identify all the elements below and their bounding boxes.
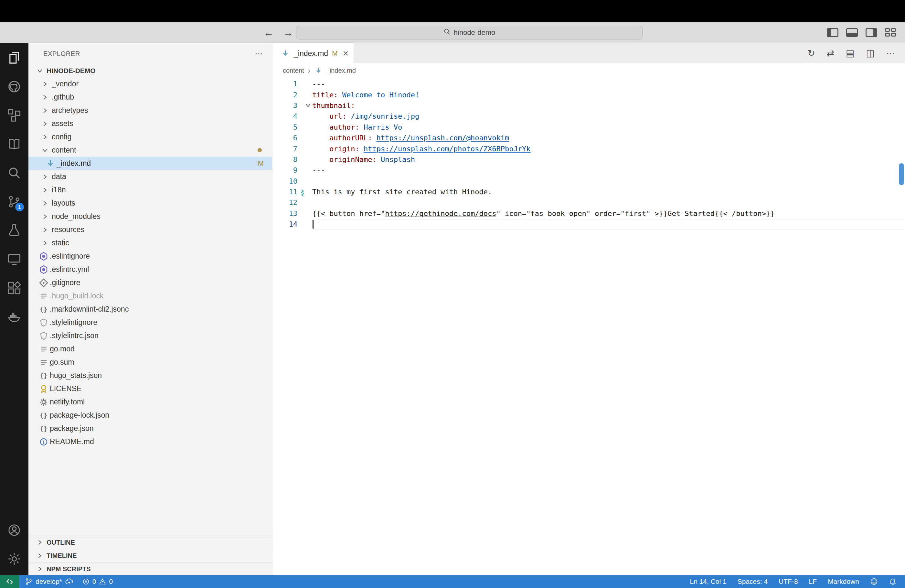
braces-icon: {} [38, 371, 49, 380]
tree-folder-content[interactable]: content [29, 143, 272, 157]
breadcrumb-folder[interactable]: content [283, 67, 304, 74]
status-item-markdown[interactable]: Markdown [828, 578, 859, 585]
tree-file-netlify.toml[interactable]: netlify.toml [29, 395, 272, 408]
github-icon[interactable] [0, 72, 29, 101]
tree-folder-.github[interactable]: .github [29, 91, 272, 104]
tree-item-label: static [52, 238, 69, 247]
tree-folder-i18n[interactable]: i18n [29, 183, 272, 197]
code-line-10[interactable]: 10 [273, 176, 905, 186]
toggle-sidebar-icon[interactable] [827, 28, 838, 37]
tree-folder-_vendor[interactable]: _vendor [29, 77, 272, 91]
line-number: 13 [273, 210, 312, 218]
breadcrumb-file[interactable]: _index.md [326, 67, 356, 74]
tree-folder-resources[interactable]: resources [29, 223, 272, 236]
code-line-6[interactable]: 6 authorURL: https://unsplash.com/@hoanv… [273, 132, 905, 143]
explorer-icon[interactable] [0, 43, 29, 72]
bell-icon[interactable] [889, 578, 897, 585]
code-line-7[interactable]: 7 origin: https://unsplash.com/photos/ZX… [273, 143, 905, 154]
line-number: 2 [273, 91, 312, 99]
status-item-ln-14-col-1[interactable]: Ln 14, Col 1 [690, 578, 726, 585]
tree-folder-static[interactable]: static [29, 236, 272, 250]
search-icon[interactable] [0, 158, 29, 187]
tree-folder-layouts[interactable]: layouts [29, 197, 272, 210]
status-item-lf[interactable]: LF [809, 578, 817, 585]
tree-item-label: i18n [52, 186, 66, 194]
code-text: thumbnail: [312, 102, 905, 110]
settings-icon[interactable] [0, 544, 29, 573]
close-icon[interactable]: × [343, 48, 349, 58]
code-line-4[interactable]: 4 url: /img/sunrise.jpg [273, 111, 905, 122]
remote-indicator[interactable] [0, 575, 19, 588]
split-editor-icon[interactable]: ◫ [866, 48, 875, 59]
tree-file-go.sum[interactable]: go.sum [29, 356, 272, 369]
tab-index-md[interactable]: _index.md M × [273, 43, 354, 64]
code-line-13[interactable]: 13{{< button href="https://gethinode.com… [273, 208, 905, 219]
tree-file-package-lock.json[interactable]: {}package-lock.json [29, 408, 272, 422]
panel-npm-scripts[interactable]: NPM SCRIPTS [29, 562, 272, 575]
docker-icon[interactable] [0, 302, 29, 331]
command-center-search[interactable]: hinode-demo [296, 26, 643, 40]
tree-file-.markdownlint-cli2.jsonc[interactable]: {}.markdownlint-cli2.jsonc [29, 303, 272, 316]
tree-file-_index.md[interactable]: _index.mdM [29, 157, 272, 170]
tree-folder-assets[interactable]: assets [29, 117, 272, 130]
tree-folder-data[interactable]: data [29, 170, 272, 183]
tree-file-go.mod[interactable]: go.mod [29, 342, 272, 356]
tree-file-LICENSE[interactable]: LICENSE [29, 382, 272, 395]
code-line-14[interactable]: 14 [273, 219, 905, 229]
panel-label: NPM SCRIPTS [46, 566, 91, 573]
code-line-2[interactable]: 2title: Welcome to Hinode! [273, 89, 905, 100]
panel-outline[interactable]: OUTLINE [29, 536, 272, 549]
tree-folder-config[interactable]: config [29, 130, 272, 143]
feedback-icon[interactable] [870, 578, 878, 585]
panel-timeline[interactable]: TIMELINE [29, 549, 272, 562]
tree-file-.hugo_build.lock[interactable]: .hugo_build.lock [29, 289, 272, 303]
layout-grid-icon[interactable] [885, 28, 897, 37]
forward-button[interactable]: → [283, 27, 293, 39]
tree-file-.eslintignore[interactable]: .eslintignore [29, 250, 272, 263]
code-line-5[interactable]: 5 author: Harris Vo [273, 122, 905, 132]
code-line-3[interactable]: 3thumbnail: [273, 100, 905, 111]
status-item-spaces-4[interactable]: Spaces: 4 [738, 578, 768, 585]
tree-item-label: .stylelintrc.json [50, 331, 98, 340]
tree-file-.stylelintrc.json[interactable]: .stylelintrc.json [29, 329, 272, 342]
code-line-8[interactable]: 8 originName: Unsplash [273, 154, 905, 165]
tree-file-.eslintrc.yml[interactable]: .eslintrc.yml [29, 263, 272, 276]
branch-status[interactable]: develop* [25, 577, 73, 586]
source-control-icon[interactable]: 1 [0, 187, 29, 216]
tree-file-package.json[interactable]: {}package.json [29, 422, 272, 435]
compare-icon[interactable]: ⇄ [827, 48, 834, 59]
code-text: This is my first site created with Hinod… [312, 188, 905, 196]
infrastructure-icon[interactable] [0, 101, 29, 130]
git-modified-badge: M [258, 159, 264, 168]
preview-icon[interactable]: ▤ [846, 48, 854, 59]
tree-folder-node_modules[interactable]: node_modules [29, 210, 272, 223]
panel-label: TIMELINE [46, 552, 76, 559]
toggle-secondary-sidebar-icon[interactable] [865, 28, 877, 37]
status-item-utf-8[interactable]: UTF-8 [779, 578, 798, 585]
code-line-1[interactable]: 1--- [273, 79, 905, 89]
docs-book-icon[interactable] [0, 130, 29, 158]
toggle-panel-icon[interactable] [846, 28, 858, 37]
code-line-9[interactable]: 9--- [273, 165, 905, 176]
tree-root-hinode-demo[interactable]: HINODE-DEMO [29, 64, 272, 77]
tree-file-hugo_stats.json[interactable]: {}hugo_stats.json [29, 369, 272, 382]
scrollbar-thumb[interactable] [899, 163, 904, 185]
back-button[interactable]: ← [264, 27, 274, 39]
chevron-right-icon [41, 120, 49, 127]
code-editor[interactable]: 1---2title: Welcome to Hinode!3thumbnail… [273, 78, 905, 575]
tree-folder-archetypes[interactable]: archetypes [29, 104, 272, 117]
tree-file-.stylelintignore[interactable]: .stylelintignore [29, 316, 272, 329]
fold-chevron-icon[interactable] [305, 102, 311, 109]
account-icon[interactable] [0, 516, 29, 544]
tree-file-README.md[interactable]: README.md [29, 435, 272, 448]
extensions-icon[interactable] [0, 273, 29, 302]
more-actions-icon[interactable]: ⋯ [886, 48, 895, 59]
remote-explorer-icon[interactable] [0, 245, 29, 273]
code-line-12[interactable]: 12 [273, 197, 905, 208]
history-icon[interactable]: ↻ [807, 48, 815, 59]
tree-file-.gitignore[interactable]: .gitignore [29, 276, 272, 289]
code-line-11[interactable]: 11This is my first site created with Hin… [273, 186, 905, 197]
problems-status[interactable]: 0 0 [83, 578, 113, 585]
more-actions-icon[interactable]: ⋯ [255, 49, 263, 59]
testing-icon[interactable] [0, 216, 29, 245]
